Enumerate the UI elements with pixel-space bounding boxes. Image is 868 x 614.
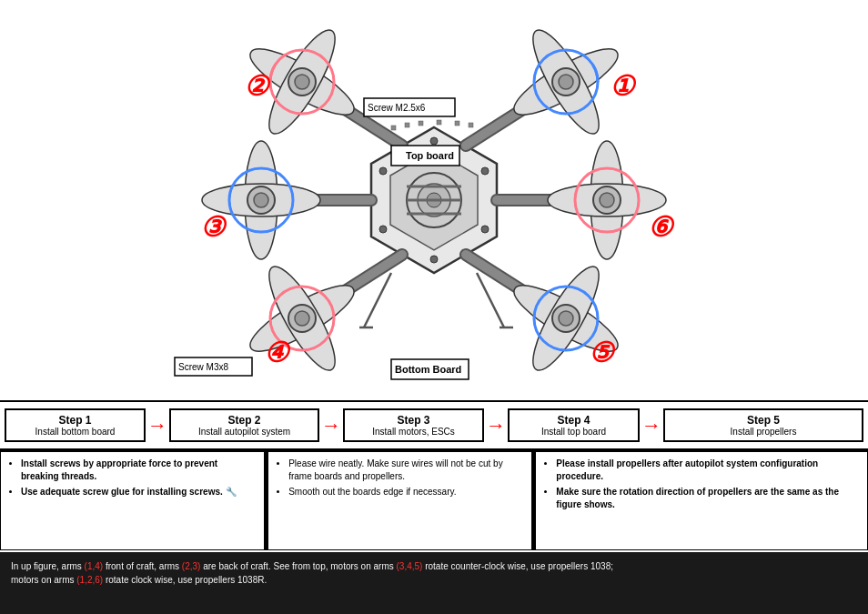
svg-text:②: ②	[244, 71, 271, 101]
step-3-desc: Install motors, ESCs	[372, 427, 455, 437]
svg-point-43	[295, 311, 309, 326]
svg-rect-74	[437, 120, 441, 125]
svg-text:Screw M2.5x6: Screw M2.5x6	[368, 103, 426, 113]
svg-text:③: ③	[200, 212, 227, 242]
svg-point-68	[481, 167, 489, 175]
svg-point-49	[559, 311, 573, 326]
note-right-1: Please install propellers after autopilo…	[556, 458, 860, 483]
svg-rect-75	[455, 121, 459, 126]
step-2-box: Step 2 Install autopilot system	[169, 408, 319, 442]
svg-text:Screw M3x8: Screw M3x8	[178, 362, 228, 372]
note-left-2: Use adequate screw glue for installing s…	[21, 486, 257, 498]
svg-point-37	[254, 193, 268, 207]
step-1-box: Step 1 Install bottom board	[5, 408, 146, 442]
step-3-box: Step 3 Install motors, ESCs	[343, 408, 484, 442]
step-1-desc: Install bottom board	[35, 427, 116, 437]
svg-rect-76	[469, 123, 473, 127]
svg-text:④: ④	[264, 337, 291, 367]
note-left: Install screws by appropriate force to p…	[0, 451, 265, 550]
svg-rect-71	[391, 126, 396, 130]
svg-point-70	[481, 226, 489, 233]
svg-text:①: ①	[610, 71, 637, 101]
arrow-4: →	[640, 414, 663, 438]
note-right-2: Make sure the rotation direction of prop…	[556, 486, 860, 511]
notes-area: Install screws by appropriate force to p…	[0, 450, 868, 550]
note-right: Please install propellers after autopilo…	[535, 451, 868, 550]
bottom-bar: In up figure, arms (1,4) front of craft,…	[0, 552, 868, 614]
step-3-title: Step 3	[397, 414, 429, 427]
note-middle-2: Smooth out the boards edge if necessary.	[288, 486, 524, 498]
svg-point-69	[379, 226, 387, 233]
svg-text:⑥: ⑥	[648, 212, 675, 242]
step-5-desc: Install propellers	[731, 427, 797, 437]
steps-bar: Step 1 Install bottom board → Step 2 Ins…	[0, 400, 868, 450]
svg-point-31	[295, 75, 309, 89]
svg-rect-72	[405, 123, 409, 127]
step-2-title: Step 2	[227, 414, 260, 427]
bottom-text: In up figure, arms (1,4) front of craft,…	[11, 561, 613, 585]
svg-text:Top board: Top board	[406, 150, 454, 161]
svg-point-55	[600, 193, 614, 207]
svg-text:⑤: ⑤	[589, 337, 616, 367]
diagram-area: ① ② ③ ④	[0, 0, 868, 400]
svg-point-66	[430, 256, 438, 263]
svg-point-65	[430, 137, 438, 145]
svg-text:Bottom Board: Bottom Board	[395, 364, 461, 375]
arrow-3: →	[484, 414, 508, 438]
step-1-title: Step 1	[58, 414, 91, 427]
arrow-1: →	[146, 414, 169, 438]
svg-point-67	[379, 167, 387, 175]
svg-point-25	[559, 75, 573, 89]
note-left-1: Install screws by appropriate force to p…	[21, 458, 257, 483]
step-5-title: Step 5	[747, 414, 780, 427]
step-2-desc: Install autopilot system	[198, 427, 290, 437]
step-4-desc: Install top board	[541, 427, 606, 437]
svg-rect-73	[419, 121, 423, 126]
arrow-2: →	[319, 414, 343, 438]
step-4-title: Step 4	[557, 414, 590, 427]
note-middle-1: Please wire neatly. Make sure wires will…	[288, 458, 524, 483]
step-4-box: Step 4 Install top board	[508, 408, 640, 442]
note-middle: Please wire neatly. Make sure wires will…	[267, 451, 532, 550]
step-5-box: Step 5 Install propellers	[663, 408, 863, 442]
